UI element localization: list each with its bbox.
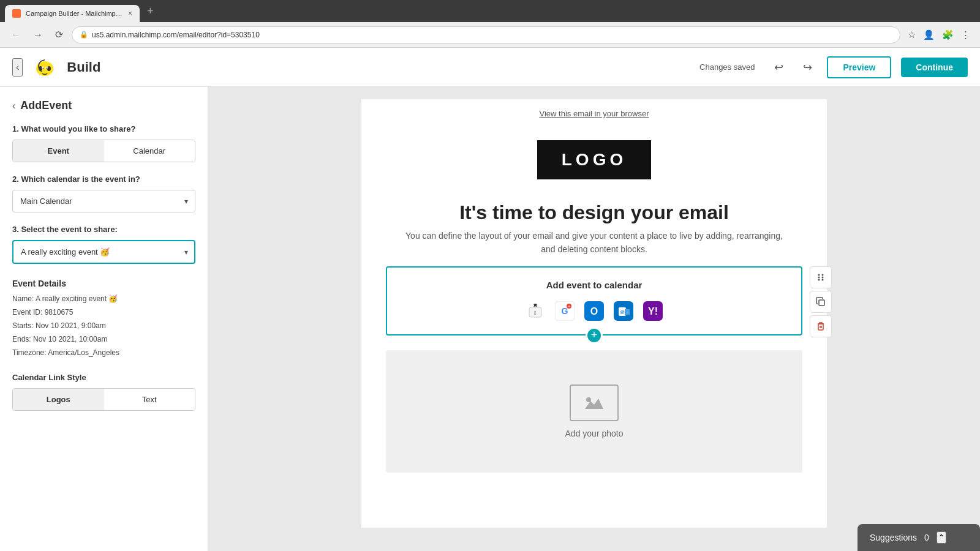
svg-point-31 <box>586 397 591 402</box>
drag-handle-button[interactable] <box>810 266 832 288</box>
svg-point-25 <box>818 276 820 278</box>
calendar-select[interactable]: Main Calendar <box>12 190 195 212</box>
office365-calendar-icon[interactable]: O <box>583 300 605 322</box>
sidebar-back-button[interactable]: ‹ <box>12 100 15 111</box>
app: ‹ Build Changes saved ↩ ↪ Previe <box>0 48 980 551</box>
svg-point-24 <box>822 274 824 276</box>
svg-point-7 <box>47 67 48 69</box>
tab-bar: Campaign Builder - Mailchimp c... × + <box>0 0 980 22</box>
outlook-calendar-icon[interactable]: @ <box>612 300 635 322</box>
apple-calendar-icon[interactable]:  <box>524 300 546 322</box>
mailchimp-logo <box>32 55 57 80</box>
tab-favicon <box>12 9 21 18</box>
svg-point-27 <box>818 279 820 280</box>
redo-button[interactable]: ↪ <box>798 58 817 77</box>
calendar-toggle-button[interactable]: Calendar <box>104 140 195 162</box>
extensions-icon[interactable]: 🧩 <box>940 27 956 43</box>
svg-point-6 <box>43 67 44 69</box>
event-ends-row: Ends: Nov 10 2021, 10:00am <box>12 334 195 345</box>
svg-point-28 <box>822 279 824 280</box>
menu-icon[interactable]: ⋮ <box>959 27 973 43</box>
side-actions <box>810 266 832 337</box>
nav-forward-button[interactable]: → <box>29 27 47 43</box>
continue-button[interactable]: Continue <box>901 58 968 77</box>
step2-label: 2. Which calendar is the event in? <box>12 174 195 184</box>
active-tab[interactable]: Campaign Builder - Mailchimp c... × <box>5 5 140 22</box>
calendar-block-title: Add event to calendar <box>399 280 789 290</box>
email-subtext: You can define the layout of your email … <box>361 229 827 266</box>
event-select-wrapper: A really exciting event 🥳 ▾ <box>12 240 195 264</box>
calendar-block-container: Add event to calendar  <box>386 266 802 335</box>
step3-label: 3. Select the event to share: <box>12 225 195 234</box>
app-header: ‹ Build Changes saved ↩ ↪ Previe <box>0 48 980 87</box>
email-headline-text: It's time to design your email <box>386 201 802 224</box>
google-calendar-icon[interactable]: G + <box>554 300 576 322</box>
undo-button[interactable]: ↩ <box>769 58 788 77</box>
step1-label: 1. What would you like to share? <box>12 124 195 133</box>
email-logo-area: LOGO <box>361 128 827 192</box>
view-in-browser-link[interactable]: View this email in your browser <box>540 109 649 118</box>
svg-point-23 <box>818 274 820 276</box>
photo-label-text: Add your photo <box>565 429 624 438</box>
svg-point-0 <box>13 10 20 17</box>
app-body: ‹ AddEvent 1. What would you like to sha… <box>0 87 980 551</box>
email-logo: LOGO <box>537 140 651 179</box>
email-subtext-paragraph: You can define the layout of your email … <box>398 229 790 257</box>
address-bar[interactable]: 🔒 us5.admin.mailchimp.com/email/editor?i… <box>72 26 900 43</box>
changes-saved-status: Changes saved <box>699 62 755 72</box>
share-type-toggle: Event Calendar <box>12 140 195 162</box>
calendar-icons:  G + <box>399 300 789 322</box>
preview-button[interactable]: Preview <box>827 56 891 78</box>
delete-block-button[interactable] <box>810 315 832 337</box>
suggestions-count: 0 <box>924 533 929 542</box>
email-headline: It's time to design your email <box>361 192 827 229</box>
photo-placeholder-icon <box>570 384 619 421</box>
svg-rect-30 <box>818 324 823 330</box>
svg-rect-29 <box>819 300 824 305</box>
logos-toggle-button[interactable]: Logos <box>13 389 104 410</box>
nav-reload-button[interactable]: ⟳ <box>51 26 67 43</box>
nav-back-button[interactable]: ← <box>7 27 24 43</box>
bookmark-icon[interactable]: ☆ <box>905 27 918 43</box>
tab-close-icon[interactable]: × <box>128 9 132 18</box>
yahoo-calendar-icon[interactable]: Y! <box>642 300 664 322</box>
page-title: Build <box>67 59 100 75</box>
event-toggle-button[interactable]: Event <box>13 140 104 162</box>
svg-point-26 <box>822 276 824 278</box>
suggestions-bar: Suggestions 0 ⌃ <box>858 524 980 551</box>
event-starts-row: Starts: Nov 10 2021, 9:00am <box>12 320 195 331</box>
cal-link-style-label: Calendar Link Style <box>12 373 195 382</box>
svg-text:Y!: Y! <box>648 306 658 317</box>
calendar-dropdown-wrapper: Main Calendar ▾ <box>12 190 195 212</box>
svg-text:@: @ <box>620 309 625 315</box>
svg-text::  <box>534 310 536 316</box>
header-back-button[interactable]: ‹ <box>12 58 23 77</box>
photo-block[interactable]: Add your photo <box>386 350 802 473</box>
browser-toolbar: ← → ⟳ 🔒 us5.admin.mailchimp.com/email/ed… <box>0 22 980 48</box>
event-details-title: Event Details <box>12 279 195 288</box>
text-toggle-button[interactable]: Text <box>104 389 195 410</box>
add-block-button[interactable]: + <box>586 327 603 344</box>
duplicate-block-button[interactable] <box>810 291 832 313</box>
suggestions-chevron-button[interactable]: ⌃ <box>937 531 946 544</box>
svg-text:O: O <box>590 306 598 317</box>
email-preview-area: View this email in your browser LOGO It'… <box>208 87 980 551</box>
event-select[interactable]: A really exciting event 🥳 <box>12 240 195 264</box>
profile-icon[interactable]: 👤 <box>921 27 937 43</box>
link-style-toggle: Logos Text <box>12 388 195 411</box>
sidebar-title: AddEvent <box>20 99 72 112</box>
event-id-row: Event ID: 9810675 <box>12 307 195 318</box>
sidebar: ‹ AddEvent 1. What would you like to sha… <box>0 87 208 551</box>
svg-point-2 <box>47 66 51 71</box>
sidebar-header: ‹ AddEvent <box>12 99 195 112</box>
suggestions-label: Suggestions <box>870 533 917 542</box>
email-wrapper: View this email in your browser LOGO It'… <box>361 99 827 528</box>
event-timezone-row: Timezone: America/Los_Angeles <box>12 347 195 358</box>
event-name-row: Name: A really exciting event 🥳 <box>12 293 195 304</box>
email-browser-link[interactable]: View this email in your browser <box>361 99 827 128</box>
svg-point-3 <box>39 66 42 71</box>
svg-rect-20 <box>625 309 630 315</box>
new-tab-button[interactable]: + <box>142 5 159 18</box>
event-details: Event Details Name: A really exciting ev… <box>12 279 195 358</box>
toolbar-icons: ☆ 👤 🧩 ⋮ <box>905 27 973 43</box>
